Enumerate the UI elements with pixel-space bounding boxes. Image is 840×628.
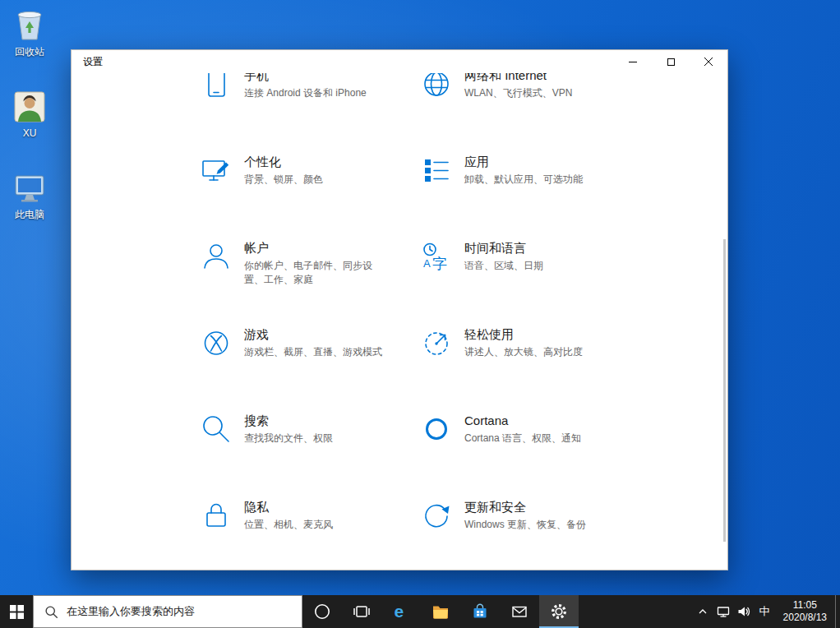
category-time-language[interactable]: A字时间和语言语音、区域、日期 bbox=[422, 240, 627, 273]
time-language-icon: A字 bbox=[422, 242, 451, 271]
edge-icon: e bbox=[392, 603, 410, 621]
category-title: 应用 bbox=[464, 154, 611, 170]
taskbar: 在这里输入你要搜索的内容 e 中 11:05 2020/8/13 bbox=[0, 595, 840, 628]
edge-button[interactable]: e bbox=[381, 595, 421, 628]
category-text: 时间和语言语音、区域、日期 bbox=[464, 240, 611, 273]
category-apps[interactable]: 应用卸载、默认应用、可选功能 bbox=[422, 154, 627, 187]
category-subtitle: 背景、锁屏、颜色 bbox=[244, 173, 390, 187]
category-text: CortanaCortana 语言、权限、通知 bbox=[464, 413, 611, 446]
category-subtitle: Windows 更新、恢复、备份 bbox=[464, 518, 611, 532]
category-text: 轻松使用讲述人、放大镜、高对比度 bbox=[464, 326, 611, 359]
maximize-icon bbox=[667, 58, 675, 66]
titlebar[interactable]: 设置 bbox=[72, 50, 727, 73]
category-text: 隐私位置、相机、麦克风 bbox=[244, 499, 390, 532]
volume-icon bbox=[736, 604, 751, 619]
category-text: 手机连接 Android 设备和 iPhone bbox=[244, 73, 390, 100]
category-title: 搜索 bbox=[244, 413, 390, 429]
ease-of-access-icon bbox=[422, 328, 451, 358]
taskbar-app-buttons: e bbox=[302, 595, 579, 628]
category-subtitle: 语音、区域、日期 bbox=[464, 259, 611, 273]
minimize-button[interactable] bbox=[614, 50, 652, 73]
category-personalization[interactable]: 个性化背景、锁屏、颜色 bbox=[201, 154, 407, 187]
recycle-bin-icon bbox=[12, 7, 48, 43]
category-network[interactable]: 网络和 InternetWLAN、飞行模式、VPN bbox=[422, 73, 627, 100]
svg-text:字: 字 bbox=[432, 256, 447, 271]
category-search[interactable]: 搜索查找我的文件、权限 bbox=[201, 413, 407, 446]
task-view-button[interactable] bbox=[342, 595, 381, 628]
tray-expand-button[interactable] bbox=[693, 595, 713, 628]
privacy-icon bbox=[201, 501, 231, 530]
mail-button[interactable] bbox=[500, 595, 539, 628]
category-text: 搜索查找我的文件、权限 bbox=[244, 413, 390, 446]
update-security-icon bbox=[422, 501, 451, 530]
category-title: 隐私 bbox=[244, 499, 390, 515]
category-gaming[interactable]: 游戏游戏栏、截屏、直播、游戏模式 bbox=[201, 326, 407, 359]
desktop-icon-label: 此电脑 bbox=[0, 208, 59, 222]
settings-icon bbox=[550, 603, 568, 621]
category-title: 手机 bbox=[244, 73, 390, 84]
category-text: 网络和 InternetWLAN、飞行模式、VPN bbox=[464, 73, 611, 100]
window-controls bbox=[614, 50, 727, 73]
category-privacy[interactable]: 隐私位置、相机、麦克风 bbox=[201, 499, 407, 532]
svg-text:A: A bbox=[423, 257, 431, 270]
category-subtitle: 位置、相机、麦克风 bbox=[244, 518, 390, 532]
category-subtitle: 游戏栏、截屏、直播、游戏模式 bbox=[244, 345, 390, 359]
category-title: 轻松使用 bbox=[464, 326, 611, 343]
category-phone[interactable]: 手机连接 Android 设备和 iPhone bbox=[201, 73, 407, 100]
category-text: 应用卸载、默认应用、可选功能 bbox=[464, 154, 611, 187]
search-icon bbox=[44, 605, 58, 619]
category-subtitle: 讲述人、放大镜、高对比度 bbox=[464, 345, 611, 359]
category-subtitle: 你的帐户、电子邮件、同步设置、工作、家庭 bbox=[244, 259, 390, 287]
cortana-button[interactable] bbox=[302, 595, 342, 628]
category-text: 游戏游戏栏、截屏、直播、游戏模式 bbox=[244, 326, 390, 359]
category-ease-of-access[interactable]: 轻松使用讲述人、放大镜、高对比度 bbox=[422, 326, 627, 359]
gaming-icon bbox=[201, 328, 231, 358]
accounts-icon bbox=[201, 242, 231, 271]
svg-text:e: e bbox=[395, 603, 404, 621]
category-title: 更新和安全 bbox=[464, 499, 611, 515]
desktop-icon-user-account[interactable]: XU bbox=[0, 89, 59, 139]
settings-button[interactable] bbox=[539, 595, 579, 628]
desktop-icon-this-pc[interactable]: 此电脑 bbox=[0, 169, 59, 222]
network-status[interactable] bbox=[713, 595, 734, 628]
personalization-icon bbox=[201, 155, 231, 185]
category-title: 帐户 bbox=[244, 240, 390, 256]
maximize-button[interactable] bbox=[652, 50, 690, 73]
show-desktop-button[interactable] bbox=[835, 595, 840, 628]
settings-window: 设置 手机连接 Android 设备和 iPhone网络和 InternetWL… bbox=[71, 49, 728, 570]
close-button[interactable] bbox=[690, 50, 727, 73]
ime-indicator[interactable]: 中 bbox=[755, 595, 775, 628]
desktop-icon-recycle-bin[interactable]: 回收站 bbox=[0, 7, 59, 59]
start-button[interactable] bbox=[0, 595, 33, 628]
file-explorer-button[interactable] bbox=[421, 595, 460, 628]
settings-categories: 手机连接 Android 设备和 iPhone网络和 InternetWLAN、… bbox=[72, 73, 727, 570]
desktop-icon-label: XU bbox=[0, 127, 59, 139]
search-placeholder: 在这里输入你要搜索的内容 bbox=[67, 604, 195, 619]
category-title: Cortana bbox=[464, 413, 611, 429]
scrollbar-thumb[interactable] bbox=[723, 239, 726, 542]
network-icon bbox=[422, 73, 451, 99]
category-title: 时间和语言 bbox=[464, 240, 611, 256]
category-update-security[interactable]: 更新和安全Windows 更新、恢复、备份 bbox=[422, 499, 627, 532]
this-pc-icon bbox=[12, 169, 48, 205]
category-cortana[interactable]: CortanaCortana 语言、权限、通知 bbox=[422, 413, 627, 446]
category-subtitle: 卸载、默认应用、可选功能 bbox=[464, 173, 611, 187]
chevron-up-icon bbox=[697, 607, 708, 616]
category-accounts[interactable]: 帐户你的帐户、电子邮件、同步设置、工作、家庭 bbox=[201, 240, 407, 287]
windows-logo-icon bbox=[10, 605, 24, 619]
search-icon bbox=[201, 414, 231, 444]
task-view-icon bbox=[353, 603, 371, 621]
store-button[interactable] bbox=[460, 595, 500, 628]
taskbar-clock[interactable]: 11:05 2020/8/13 bbox=[775, 599, 835, 624]
taskbar-search[interactable]: 在这里输入你要搜索的内容 bbox=[33, 595, 302, 628]
category-subtitle: Cortana 语言、权限、通知 bbox=[464, 432, 611, 446]
category-subtitle: 查找我的文件、权限 bbox=[244, 432, 390, 446]
user-account-icon bbox=[12, 89, 48, 125]
ime-label: 中 bbox=[759, 604, 770, 619]
file-explorer-icon bbox=[432, 603, 450, 621]
category-title: 游戏 bbox=[244, 326, 390, 343]
desktop-icon-label: 回收站 bbox=[0, 45, 59, 59]
volume-status[interactable] bbox=[734, 595, 755, 628]
category-title: 个性化 bbox=[244, 154, 390, 170]
category-text: 帐户你的帐户、电子邮件、同步设置、工作、家庭 bbox=[244, 240, 390, 287]
